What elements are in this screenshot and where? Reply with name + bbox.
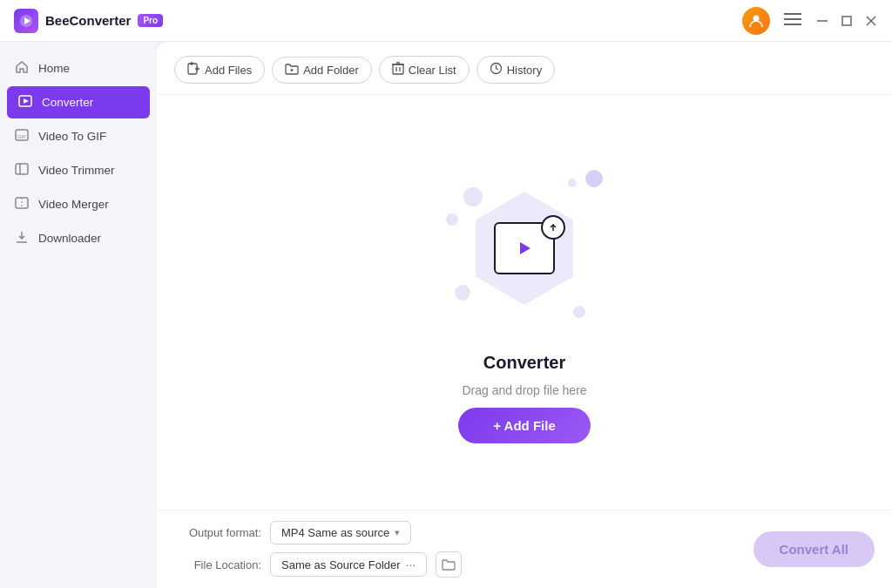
- add-folder-icon: [285, 63, 299, 78]
- convert-all-button[interactable]: Convert All: [753, 531, 875, 567]
- sidebar-item-video-trimmer[interactable]: Video Trimmer: [0, 154, 157, 186]
- sidebar-label-video-to-gif: Video To GIF: [38, 130, 106, 143]
- dropzone-title: Converter: [483, 353, 565, 373]
- output-format-label: Output format:: [174, 526, 261, 539]
- toolbar: Add Files Add Folder: [157, 42, 892, 95]
- dropzone-subtitle: Drag and drop file here: [462, 383, 586, 397]
- sidebar-label-video-merger: Video Merger: [38, 198, 109, 211]
- add-file-button[interactable]: + Add File: [458, 408, 591, 443]
- app-name: BeeConverter: [45, 13, 131, 28]
- svg-text:GIF: GIF: [17, 134, 26, 139]
- svg-marker-11: [24, 98, 29, 104]
- add-files-label: Add Files: [205, 64, 252, 77]
- output-format-value: MP4 Same as source: [281, 526, 389, 539]
- play-box: [494, 222, 555, 274]
- clear-list-label: Clear List: [409, 64, 456, 77]
- window-controls: [815, 14, 878, 28]
- deco-circle-6: [585, 170, 603, 187]
- svg-rect-7: [842, 17, 851, 25]
- menu-icon[interactable]: [784, 11, 801, 30]
- file-location-field: Same as Source Folder ···: [270, 552, 427, 577]
- titlebar: BeeConverter Pro: [0, 0, 892, 42]
- titlebar-right: [742, 7, 878, 35]
- bottom-left: Output format: MP4 Same as source ▾ File…: [174, 521, 462, 578]
- titlebar-left: BeeConverter Pro: [14, 9, 163, 33]
- sidebar-item-home[interactable]: Home: [0, 52, 157, 84]
- add-files-button[interactable]: Add Files: [174, 56, 265, 84]
- sidebar-item-downloader[interactable]: Downloader: [0, 222, 157, 254]
- avatar[interactable]: [742, 7, 770, 35]
- sidebar-item-video-merger[interactable]: Video Merger: [0, 188, 157, 220]
- svg-rect-26: [393, 64, 403, 74]
- bottom-bar: Output format: MP4 Same as source ▾ File…: [157, 510, 892, 588]
- chevron-down-icon: ▾: [395, 527, 400, 538]
- file-location-row: File Location: Same as Source Folder ···: [174, 551, 462, 578]
- more-options-icon[interactable]: ···: [406, 558, 416, 571]
- add-files-icon: [187, 62, 200, 78]
- deco-circle-2: [446, 213, 458, 226]
- content-area: Add Files Add Folder: [157, 42, 892, 588]
- converter-icon: [17, 94, 33, 111]
- close-button[interactable]: [864, 14, 878, 28]
- sidebar-label-converter: Converter: [42, 96, 93, 109]
- browse-folder-button[interactable]: [436, 551, 462, 578]
- clear-list-icon: [392, 62, 404, 78]
- history-icon: [490, 62, 503, 78]
- sidebar-item-converter[interactable]: Converter: [7, 86, 150, 118]
- pro-badge: Pro: [138, 14, 163, 27]
- svg-rect-14: [16, 164, 28, 174]
- deco-circle-5: [573, 306, 585, 318]
- add-folder-label: Add Folder: [303, 64, 359, 77]
- downloader-icon: [14, 230, 30, 247]
- sidebar: Home Converter GIF Video To GIF: [0, 42, 157, 588]
- output-format-select[interactable]: MP4 Same as source ▾: [270, 521, 411, 544]
- file-location-value: Same as Source Folder: [281, 558, 401, 571]
- play-triangle: [520, 242, 530, 254]
- output-format-row: Output format: MP4 Same as source ▾: [174, 521, 462, 544]
- app-logo: [14, 9, 38, 33]
- add-folder-button[interactable]: Add Folder: [272, 57, 372, 84]
- dropzone: Converter Drag and drop file here + Add …: [157, 95, 892, 510]
- maximize-button[interactable]: [840, 14, 854, 28]
- sidebar-label-home: Home: [38, 62, 70, 75]
- deco-circle-1: [463, 187, 483, 206]
- history-label: History: [507, 64, 542, 77]
- video-merger-icon: [14, 196, 30, 213]
- minimize-button[interactable]: [815, 14, 829, 28]
- play-arrow: [541, 215, 565, 240]
- dropzone-visual: [437, 161, 612, 335]
- sidebar-label-downloader: Downloader: [38, 232, 101, 245]
- video-to-gif-icon: GIF: [14, 128, 30, 145]
- deco-circle-4: [455, 285, 470, 301]
- video-trimmer-icon: [14, 162, 30, 179]
- clear-list-button[interactable]: Clear List: [379, 56, 470, 84]
- file-location-label: File Location:: [174, 558, 261, 571]
- deco-circle-3: [568, 179, 577, 187]
- sidebar-label-video-trimmer: Video Trimmer: [38, 164, 115, 177]
- sidebar-item-video-to-gif[interactable]: GIF Video To GIF: [0, 120, 157, 152]
- main-layout: Home Converter GIF Video To GIF: [0, 42, 892, 588]
- home-icon: [14, 60, 30, 77]
- history-button[interactable]: History: [476, 56, 555, 84]
